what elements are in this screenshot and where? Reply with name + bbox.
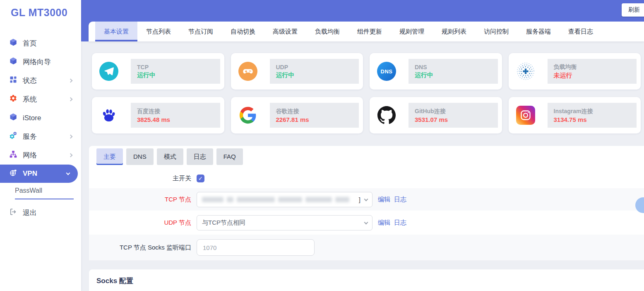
sidebar-item-label: iStore xyxy=(23,114,41,122)
card-title: 负载均衡 xyxy=(554,63,637,71)
tab-basic-settings[interactable]: 基本设置 xyxy=(95,22,137,41)
tab-node-subscribe[interactable]: 节点订阅 xyxy=(180,22,222,41)
tab-view-log[interactable]: 查看日志 xyxy=(560,22,602,41)
card-status: 未运行 xyxy=(554,72,637,80)
refresh-button[interactable]: 刷新 xyxy=(622,3,644,17)
sidebar-item-services[interactable]: 服务 xyxy=(0,127,81,146)
sidebar-item-logout[interactable]: 退出 xyxy=(0,204,81,222)
sidebar-item-home[interactable]: 首页 xyxy=(0,34,81,53)
sidebar-item-system[interactable]: 系统 xyxy=(0,90,81,109)
chevron-right-icon xyxy=(69,153,73,158)
sidebar-item-label: 状态 xyxy=(23,76,37,85)
card-status: 运行中 xyxy=(276,71,359,79)
tcp-node-row: TCP 节点 ] 编辑 日志 xyxy=(89,188,644,211)
baidu-icon xyxy=(99,106,118,125)
cube-icon xyxy=(9,57,17,67)
sidebar-item-network[interactable]: 网络 xyxy=(0,146,81,165)
github-icon xyxy=(377,106,396,125)
google-icon xyxy=(238,106,257,125)
status-card-udp: UDP 运行中 xyxy=(231,53,363,90)
status-card-baidu: 百度连接 3825.48 ms xyxy=(92,97,224,133)
chevron-down-icon xyxy=(364,197,368,201)
logo: GL MT3000 xyxy=(11,6,67,19)
sidebar-subitem-passwall[interactable]: PassWall xyxy=(15,185,74,199)
card-status: 2267.81 ms xyxy=(276,116,359,123)
tab-load-balance[interactable]: 负载均衡 xyxy=(306,22,348,41)
cube-icon xyxy=(9,113,17,123)
gears-icon xyxy=(9,131,17,142)
sidebar-item-label: 网络 xyxy=(23,150,37,160)
socks-port-row: TCP 节点 Socks 监听端口 xyxy=(89,235,644,260)
udp-node-row: UDP 节点 与TCP节点相同 编辑 日志 xyxy=(89,211,644,235)
sidebar-item-label: VPN xyxy=(23,170,37,178)
card-status: 3134.75 ms xyxy=(554,116,637,123)
sidebar-menu: 首页 网络向导 状态 系统 iStore 服务 网络 xyxy=(0,34,81,222)
tcp-node-edit-link[interactable]: 编辑 xyxy=(378,196,390,204)
status-cards-grid: TCP 运行中 UDP 运行中 DNS DNS 运行中 负载均衡 未运行 xyxy=(92,53,641,133)
status-card-dns: DNS DNS 运行中 xyxy=(370,53,502,90)
udp-node-label: UDP 节点 xyxy=(89,219,197,227)
socks-config-title: Socks 配置 xyxy=(96,276,644,286)
tcp-node-label: TCP 节点 xyxy=(89,196,197,204)
masked-value-suffix: ] xyxy=(359,196,360,203)
network-icon xyxy=(9,150,17,160)
subtab-log[interactable]: 日志 xyxy=(187,148,213,165)
sidebar-item-status[interactable]: 状态 xyxy=(0,71,81,90)
chevron-right-icon xyxy=(69,79,73,83)
udp-node-edit-link[interactable]: 编辑 xyxy=(378,219,390,227)
tab-rule-list[interactable]: 规则列表 xyxy=(433,22,475,41)
tab-access-control[interactable]: 访问控制 xyxy=(475,22,517,41)
status-card-tcp: TCP 运行中 xyxy=(92,53,224,90)
sidebar-item-label: 网络向导 xyxy=(23,57,51,67)
globe-icon xyxy=(9,169,17,179)
card-title: 谷歌连接 xyxy=(276,108,359,115)
gamepad-icon xyxy=(238,62,257,81)
socks-config-panel: Socks 配置 xyxy=(89,269,644,291)
sidebar-item-label: 服务 xyxy=(23,132,37,141)
socks-port-input[interactable] xyxy=(197,239,315,256)
top-tab-bar: 基本设置 节点列表 节点订阅 自动切换 高级设置 负载均衡 组件更新 规则管理 … xyxy=(89,22,644,41)
subtab-mode[interactable]: 模式 xyxy=(157,148,183,165)
status-card-load-balance: 负载均衡 未运行 xyxy=(509,53,641,90)
sidebar-item-network-wizard[interactable]: 网络向导 xyxy=(0,53,81,71)
cube-icon xyxy=(9,38,17,48)
sidebar-item-vpn[interactable]: VPN xyxy=(0,165,78,183)
chevron-down-icon xyxy=(66,171,70,175)
card-title: 百度连接 xyxy=(137,108,220,115)
status-card-google: 谷歌连接 2267.81 ms xyxy=(231,97,363,133)
tcp-node-select[interactable]: ] xyxy=(197,192,372,207)
udp-node-value: 与TCP节点相同 xyxy=(202,219,245,227)
tab-node-list[interactable]: 节点列表 xyxy=(137,22,180,41)
telegram-icon xyxy=(99,62,118,81)
sidebar: GL MT3000 首页 网络向导 状态 系统 iStore 服务 xyxy=(0,0,81,291)
card-title: DNS xyxy=(415,64,498,70)
gear-icon xyxy=(9,94,17,104)
tcp-node-log-link[interactable]: 日志 xyxy=(394,196,406,204)
subtab-main[interactable]: 主要 xyxy=(96,148,123,165)
main-switch-checkbox[interactable]: ✓ xyxy=(197,175,204,182)
sidebar-item-label: 退出 xyxy=(23,208,37,218)
socks-port-label: TCP 节点 Socks 监听端口 xyxy=(89,244,197,252)
tab-auto-switch[interactable]: 自动切换 xyxy=(222,22,264,41)
status-card-github: GitHub连接 3531.07 ms xyxy=(370,97,502,133)
udp-node-select[interactable]: 与TCP节点相同 xyxy=(197,215,372,230)
subtab-faq[interactable]: FAQ xyxy=(216,148,243,165)
tab-advanced[interactable]: 高级设置 xyxy=(264,22,306,41)
sidebar-item-label: 首页 xyxy=(23,39,37,48)
status-card-instagram: Instagram连接 3134.75 ms xyxy=(509,97,641,133)
card-title: UDP xyxy=(276,64,359,70)
tab-server-side[interactable]: 服务器端 xyxy=(517,22,560,41)
chevron-right-icon xyxy=(69,97,73,102)
chevron-right-icon xyxy=(69,135,73,139)
passwall-settings-panel: 主要 DNS 模式 日志 FAQ 主开关 ✓ TCP 节点 ] 编辑 日志 xyxy=(89,146,644,260)
card-title: Instagram连接 xyxy=(554,108,637,115)
subtab-dns[interactable]: DNS xyxy=(126,148,154,165)
udp-node-log-link[interactable]: 日志 xyxy=(394,219,406,227)
tab-rule-manage[interactable]: 规则管理 xyxy=(391,22,433,41)
chevron-down-icon xyxy=(364,220,368,224)
tab-component-update[interactable]: 组件更新 xyxy=(348,22,391,41)
dns-icon: DNS xyxy=(377,62,396,81)
card-status: 运行中 xyxy=(415,71,498,79)
sidebar-item-istore[interactable]: iStore xyxy=(0,109,81,127)
sidebar-item-label: 系统 xyxy=(23,95,37,104)
